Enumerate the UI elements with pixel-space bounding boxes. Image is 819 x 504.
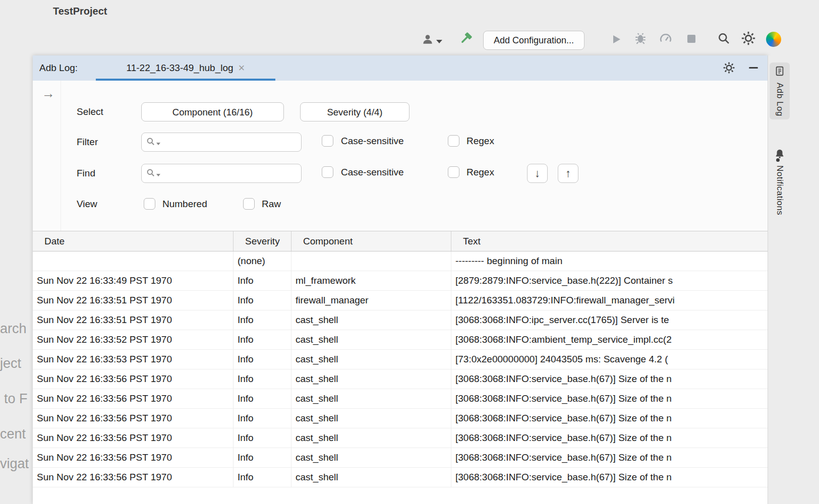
log-row[interactable]: Sun Nov 22 16:33:56 PST 1970Infocast_she… [33, 389, 768, 409]
log-cell-date: Sun Nov 22 16:33:56 PST 1970 [33, 448, 233, 468]
log-row[interactable]: Sun Nov 22 16:33:52 PST 1970Infocast_she… [33, 330, 768, 350]
bg-hint-fragment: arch [0, 321, 27, 337]
notification-badge-dot [776, 158, 780, 162]
component-filter-button[interactable]: Component (16/16) [141, 102, 284, 121]
filter-input-field[interactable] [141, 133, 302, 152]
view-label: View [77, 197, 97, 212]
chevron-down-icon[interactable] [156, 174, 160, 176]
log-cell-date: Sun Nov 22 16:33:56 PST 1970 [33, 468, 233, 487]
log-cell-component: cast_shell [291, 310, 451, 330]
collapse-arrow-icon[interactable]: → [42, 86, 55, 101]
settings-button[interactable] [740, 31, 756, 47]
build-hammer-icon [458, 31, 474, 48]
log-cell-date: Sun Nov 22 16:33:52 PST 1970 [33, 330, 233, 350]
find-regex-checkbox[interactable] [448, 166, 459, 178]
log-cell-severity: Info [233, 291, 291, 310]
controls-gutter: → [33, 81, 61, 231]
find-previous-button[interactable]: ↑ [558, 164, 578, 183]
find-next-button[interactable]: ↓ [527, 164, 548, 183]
log-cell-text: [3068:3068:INFO:service_base.h(67)] Size… [451, 369, 768, 389]
assistant-button[interactable] [766, 31, 782, 47]
user-profile-button[interactable] [420, 33, 443, 47]
log-cell-text: [73:0x2e00000000] 24043505 ms: Scavenge … [451, 350, 768, 369]
find-input-field[interactable] [141, 164, 302, 183]
log-cell-text: [2879:2879:INFO:service_base.h(222)] Con… [451, 271, 768, 291]
stop-button[interactable] [686, 34, 697, 45]
log-cell-severity: Info [233, 428, 291, 448]
close-icon[interactable]: × [239, 61, 245, 74]
tool-tab-notifications[interactable]: Notifications [770, 145, 790, 218]
log-cell-severity: Info [233, 330, 291, 350]
user-icon [421, 33, 434, 48]
log-cell-severity: (none) [233, 251, 291, 271]
log-cell-text: --------- beginning of main [451, 251, 768, 271]
log-cell-text: [3068:3068:INFO:service_base.h(67)] Size… [451, 468, 768, 487]
log-cell-component: cast_shell [291, 409, 451, 428]
log-cell-date: Sun Nov 22 16:33:56 PST 1970 [33, 409, 233, 428]
search-icon [146, 168, 155, 179]
filter-input[interactable] [162, 137, 297, 148]
log-table-header: Date Severity Component Text [33, 231, 768, 251]
bg-hint-fragment: ject [0, 356, 21, 371]
panel-minimize-button[interactable] [749, 67, 758, 69]
find-case-sensitive-checkbox[interactable] [322, 166, 333, 178]
debug-button[interactable] [633, 32, 648, 46]
panel-settings-button[interactable] [723, 61, 736, 75]
log-row[interactable]: Sun Nov 22 16:33:56 PST 1970Infocast_she… [33, 369, 768, 389]
filter-label: Filter [77, 135, 98, 150]
tool-tab-adb-log[interactable]: Adb Log [770, 62, 790, 119]
severity-filter-button[interactable]: Severity (4/4) [300, 102, 410, 121]
log-cell-text: [3068:3068:INFO:service_base.h(67)] Size… [451, 448, 768, 468]
view-raw-label: Raw [262, 197, 281, 212]
bg-hint-fragment: to F [4, 391, 28, 407]
log-cell-component: cast_shell [291, 448, 451, 468]
log-cell-text: [3068:3068:INFO:service_base.h(67)] Size… [451, 428, 768, 448]
log-cell-date: Sun Nov 22 16:33:49 PST 1970 [33, 271, 233, 291]
log-file-icon [774, 66, 785, 79]
filter-regex-checkbox[interactable] [448, 135, 459, 147]
log-row[interactable]: Sun Nov 22 16:33:49 PST 1970Infoml_frame… [33, 271, 768, 291]
column-header-component[interactable]: Component [291, 231, 451, 251]
log-cell-severity: Info [233, 448, 291, 468]
log-row[interactable]: Sun Nov 22 16:33:51 PST 1970Infocast_she… [33, 310, 768, 330]
filter-case-sensitive-checkbox[interactable] [322, 135, 333, 147]
filter-case-sensitive-label: Case-sensitive [341, 134, 404, 149]
log-cell-date: Sun Nov 22 16:33:56 PST 1970 [33, 369, 233, 389]
view-numbered-checkbox[interactable] [144, 198, 155, 210]
log-file-tab[interactable]: 11-22_16-33-49_hub_log× [96, 55, 275, 81]
log-cell-text: [3068:3068:INFO:ambient_temp_service_imp… [451, 330, 768, 350]
log-row[interactable]: Sun Nov 22 16:33:51 PST 1970Infofirewall… [33, 291, 768, 310]
log-row[interactable]: Sun Nov 22 16:33:56 PST 1970Infocast_she… [33, 448, 768, 468]
ide-window: arch ject to F cent vigat TestProject Ad… [0, 0, 819, 504]
find-label: Find [77, 166, 95, 181]
log-row[interactable]: Sun Nov 22 16:33:56 PST 1970Infocast_she… [33, 428, 768, 448]
select-label: Select [77, 104, 103, 119]
log-row[interactable]: Sun Nov 22 16:33:56 PST 1970Infocast_she… [33, 409, 768, 428]
log-table-body: (none)--------- beginning of mainSun Nov… [33, 251, 768, 487]
log-cell-component: cast_shell [291, 389, 451, 409]
column-header-date[interactable]: Date [33, 231, 233, 251]
build-button[interactable] [458, 31, 474, 47]
add-configuration-button[interactable]: Add Configuration... [483, 31, 584, 50]
column-header-severity[interactable]: Severity [233, 231, 291, 251]
log-cell-text: [3068:3068:INFO:ipc_server.cc(1765)] Ser… [451, 310, 768, 330]
log-row[interactable]: (none)--------- beginning of main [33, 251, 768, 271]
log-cell-severity: Info [233, 389, 291, 409]
column-header-text[interactable]: Text [451, 231, 768, 251]
log-cell-component: ml_framework [291, 271, 451, 291]
log-cell-component: cast_shell [291, 350, 451, 369]
bell-icon [774, 148, 785, 161]
profiler-button[interactable] [659, 32, 673, 46]
gear-icon [741, 31, 756, 48]
log-cell-date: Sun Nov 22 16:33:51 PST 1970 [33, 310, 233, 330]
run-button[interactable] [609, 33, 623, 47]
find-input[interactable] [162, 168, 297, 179]
tool-tab-label: Notifications [775, 165, 785, 215]
log-row[interactable]: Sun Nov 22 16:33:56 PST 1970Infocast_she… [33, 468, 768, 487]
chevron-down-icon[interactable] [156, 143, 160, 145]
view-raw-checkbox[interactable] [243, 198, 255, 210]
log-row[interactable]: Sun Nov 22 16:33:53 PST 1970Infocast_she… [33, 350, 768, 369]
search-icon [717, 31, 731, 47]
view-numbered-label: Numbered [162, 197, 207, 212]
search-everywhere-button[interactable] [716, 32, 731, 47]
